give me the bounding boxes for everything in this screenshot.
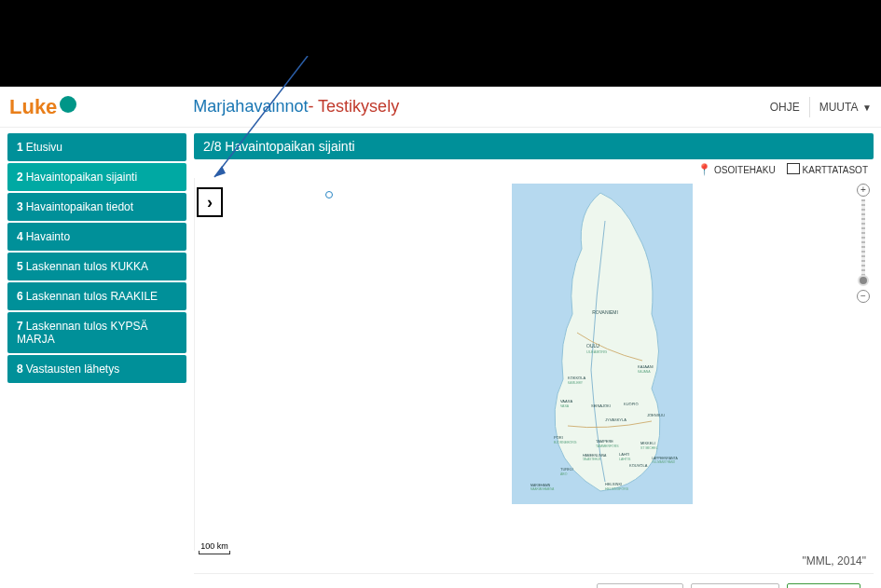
map-finland[interactable]: ROVANIEMI OULU ULEÅBORG KAJAANI KAJANA K… xyxy=(512,184,693,504)
svg-text:VASA: VASA xyxy=(560,404,570,408)
svg-text:LAHTIS: LAHTIS xyxy=(619,458,631,461)
sidebar-item-etusivu[interactable]: 1Etusivu xyxy=(7,133,186,161)
sidebar-item-kukka[interactable]: 5Laskennan tulos KUKKA xyxy=(7,253,186,280)
svg-text:PORI: PORI xyxy=(554,435,563,440)
title-sep: - xyxy=(308,97,318,116)
header-bar: Luke Marjahavainnot- Testikysely OHJE MU… xyxy=(0,87,881,128)
nav-label: Laskennan tulos KUKKA xyxy=(26,260,148,273)
svg-text:TAMPERE: TAMPERE xyxy=(596,439,613,444)
zoom-track[interactable] xyxy=(861,199,865,280)
location-marker-icon xyxy=(325,191,333,198)
map-layers-button[interactable]: KARTTATASOT xyxy=(789,165,868,175)
sidebar-item-havainto[interactable]: 4Havainto xyxy=(7,223,186,251)
sidebar-item-sijainti[interactable]: 2Havaintopaikan sijainti xyxy=(7,163,186,191)
nav-num: 3 xyxy=(17,200,23,213)
section-header: 2/8 Havaintopaikan sijainti xyxy=(194,133,874,159)
help-link[interactable]: OHJE xyxy=(770,101,800,114)
scale-bar: 100 km xyxy=(199,541,230,554)
svg-text:OULU: OULU xyxy=(586,343,599,349)
next-button[interactable]: Seuraava → xyxy=(691,583,779,588)
send-button[interactable]: ✈ Lähetä xyxy=(787,583,860,588)
svg-text:MIKKELI: MIKKELI xyxy=(640,441,655,445)
zoom-slider[interactable]: + − xyxy=(857,184,870,303)
sidebar-item-lahetys[interactable]: 8Vastausten lähetys xyxy=(7,355,186,383)
nav-label: Havainto xyxy=(26,230,70,243)
svg-text:VILLMANSTRAND: VILLMANSTRAND xyxy=(652,460,676,464)
svg-text:ULEÅBORG: ULEÅBORG xyxy=(586,349,607,354)
logo-bubble-icon xyxy=(60,96,76,113)
page-title: Marjahavainnot- Testikysely xyxy=(193,97,399,116)
svg-text:VAASA: VAASA xyxy=(560,399,572,403)
svg-text:KARLEBY: KARLEBY xyxy=(568,381,584,385)
sidebar-nav: 1Etusivu 2Havaintopaikan sijainti 3Havai… xyxy=(7,133,186,383)
nav-label: Havaintopaikan sijainti xyxy=(26,171,137,184)
muuta-label: MUUTA xyxy=(819,101,858,114)
chevron-down-icon: ▼ xyxy=(862,103,872,113)
nav-num: 4 xyxy=(17,230,23,243)
map-pin-icon: 📍 xyxy=(697,163,711,176)
logo: Luke xyxy=(9,95,76,119)
karttatasot-label: KARTTATASOT xyxy=(803,165,868,175)
title-part-b: Testikysely xyxy=(318,97,399,116)
nav-label: Vastausten lähetys xyxy=(26,362,120,376)
sidebar-item-kypsa[interactable]: 7Laskennan tulos KYPSÄ MARJA xyxy=(7,312,186,353)
nav-label: Laskennan tulos KYPSÄ MARJA xyxy=(17,320,147,346)
map-panel[interactable]: › ROVANIEMI OULU ULEÅBORG KAJAANI xyxy=(194,178,874,551)
svg-text:KOKKOLA: KOKKOLA xyxy=(568,376,585,380)
svg-text:KUOPIO: KUOPIO xyxy=(624,402,639,406)
expand-sidebar-button[interactable]: › xyxy=(197,187,223,217)
svg-text:ST MICHEL: ST MICHEL xyxy=(640,446,658,450)
svg-text:TAMMERFORS: TAMMERFORS xyxy=(596,444,619,448)
svg-text:KAJANA: KAJANA xyxy=(638,370,651,374)
zoom-out-button[interactable]: − xyxy=(857,290,870,303)
svg-text:ROVANIEMI: ROVANIEMI xyxy=(592,309,618,315)
zoom-handle[interactable] xyxy=(858,275,869,286)
nav-num: 1 xyxy=(17,141,23,154)
svg-text:ÅBO: ÅBO xyxy=(560,472,568,476)
svg-text:TAVASTEHUS: TAVASTEHUS xyxy=(583,458,600,461)
chevron-right-icon: › xyxy=(207,193,213,212)
nav-num: 8 xyxy=(17,362,23,376)
svg-text:MAARIANHAMINA: MAARIANHAMINA xyxy=(530,487,554,491)
svg-text:HELSINGFORS: HELSINGFORS xyxy=(605,487,629,491)
svg-text:BJÖRNEBORG: BJÖRNEBORG xyxy=(554,441,577,444)
svg-text:TURKU: TURKU xyxy=(560,467,573,472)
nav-label: Laskennan tulos RAAKILE xyxy=(26,290,158,303)
nav-num: 2 xyxy=(17,171,23,184)
title-part-a: Marjahavainnot xyxy=(193,97,308,116)
muuta-menu[interactable]: MUUTA ▼ xyxy=(819,101,872,114)
nav-num: 6 xyxy=(17,290,23,303)
sidebar-item-tiedot[interactable]: 3Havaintopaikan tiedot xyxy=(7,193,186,221)
scale-label: 100 km xyxy=(200,541,228,551)
zoom-in-button[interactable]: + xyxy=(857,184,870,197)
nav-label: Etusivu xyxy=(26,141,62,154)
layers-icon xyxy=(789,165,800,174)
osoitehaku-label: OSOITEHAKU xyxy=(714,165,776,175)
svg-text:LAHTI: LAHTI xyxy=(619,452,629,457)
top-black-bar xyxy=(0,0,881,87)
svg-text:JOENSUU: JOENSUU xyxy=(647,413,665,417)
map-toolbar: 📍 OSOITEHAKU KARTTATASOT xyxy=(194,159,874,178)
nav-num: 7 xyxy=(17,320,23,333)
svg-text:JYVÄSKYLÄ: JYVÄSKYLÄ xyxy=(605,417,626,422)
svg-text:KAJAANI: KAJAANI xyxy=(638,364,654,369)
scale-bar-graphic xyxy=(199,551,230,554)
svg-text:SEINÄJOKI: SEINÄJOKI xyxy=(591,403,611,408)
svg-text:KOUVOLA: KOUVOLA xyxy=(629,463,648,468)
address-search-button[interactable]: 📍 OSOITEHAKU xyxy=(697,163,776,176)
header-separator xyxy=(809,97,810,117)
nav-label: Havaintopaikan tiedot xyxy=(26,200,133,213)
section-title: 2/8 Havaintopaikan sijainti xyxy=(203,139,355,154)
footer-buttons: ← Edellinen Seuraava → ✈ Lähetä xyxy=(194,573,874,588)
logo-text: Luke xyxy=(9,95,57,119)
nav-num: 5 xyxy=(17,260,23,273)
prev-button[interactable]: ← Edellinen xyxy=(597,583,683,588)
sidebar-item-raakile[interactable]: 6Laskennan tulos RAAKILE xyxy=(7,282,186,310)
svg-text:HELSINKI: HELSINKI xyxy=(605,482,622,486)
map-attribution: "MML, 2014" xyxy=(194,551,874,567)
